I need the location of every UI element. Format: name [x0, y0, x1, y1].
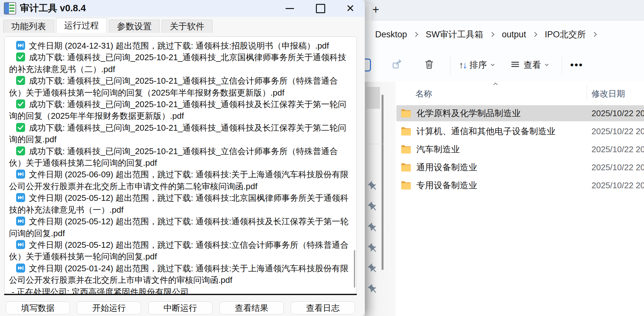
nav-pane-scrollbar[interactable] [382, 95, 384, 270]
pushpin-icon [365, 282, 381, 297]
log-scrollbar[interactable] [354, 250, 355, 288]
action-button-row: 填写数据 开始运行 中断运行 查看结果 查看日志 [6, 302, 355, 314]
tab-about-software[interactable]: 关于软件 [162, 20, 213, 33]
close-button[interactable]: ✕ [339, 0, 362, 17]
column-divider[interactable] [587, 86, 587, 101]
share-icon [392, 59, 402, 71]
table-row[interactable]: 化学原料及化学制品制造业 2025/10/22 20 [396, 104, 644, 122]
success-check-icon [16, 76, 25, 85]
log-text: 成功下载: 通领科技_已问询_2025-10-21_通领科技_立信会计师事务所（… [9, 76, 338, 97]
delete-button[interactable] [420, 56, 439, 74]
view-log-button[interactable]: 查看日志 [291, 302, 355, 314]
minimize-button[interactable] [278, 0, 301, 17]
column-header-name[interactable]: 名称 [415, 88, 432, 99]
log-text: 文件日期 (2024-12-31) 超出范围，跳过下载: 通领科技:招股说明书（… [29, 41, 329, 51]
folder-icon [401, 163, 411, 172]
skip-icon [16, 193, 25, 202]
log-text: 成功下载: 通领科技_已问询_2025-10-21_通领科技_通领科技及长江保荐… [9, 99, 346, 121]
log-text: - 正在处理公司: 定西高强度紧固件股份有限公司 [12, 287, 189, 294]
breadcrumb-item-ipo[interactable]: IPO北交所 [540, 26, 591, 43]
explorer-tab-bar: + [365, 0, 644, 21]
file-explorer-window: + Desktop SW审计工具箱 output IPO北交所 [365, 0, 644, 316]
share-button[interactable] [388, 56, 406, 74]
start-run-button[interactable]: 开始运行 [77, 302, 141, 314]
nav-pane-strip [365, 82, 396, 316]
log-text: 文件日期 (2025-01-24) 超出范围，跳过下载: 通领科技:关于上海通领… [9, 264, 348, 285]
chevron-right-icon[interactable] [414, 31, 419, 38]
log-entry: 成功下载: 通领科技_已问询_2025-10-21_通领科技_通领科技及长江保荐… [9, 98, 351, 122]
log-entry: 成功下载: 通领科技_已问询_2025-10-21_通领科技_立信会计师事务所（… [9, 145, 351, 169]
file-name: 通用设备制造业 [416, 162, 477, 173]
trash-icon [424, 59, 435, 71]
tab-function-list[interactable]: 功能列表 [3, 20, 54, 33]
chevron-down-icon [544, 62, 549, 68]
table-row[interactable]: 通用设备制造业 2025/10/22 20 [396, 158, 644, 176]
window-title: 审计工具 v0.8.4 [20, 2, 86, 15]
desktop: + Desktop SW审计工具箱 output IPO北交所 [0, 0, 644, 316]
breadcrumb-item-desktop[interactable]: Desktop [371, 27, 412, 42]
fill-data-button[interactable]: 填写数据 [6, 302, 70, 314]
more-options-button[interactable]: ••• [566, 56, 587, 74]
clipped-toolbar-icon[interactable] [365, 59, 371, 71]
interrupt-run-button[interactable]: 中断运行 [148, 302, 213, 314]
file-date: 2025/10/22 20 [592, 126, 644, 136]
run-log-output[interactable]: 文件日期 (2024-12-31) 超出范围，跳过下载: 通领科技:招股说明书（… [4, 36, 357, 294]
table-row[interactable]: 专用设备制造业 2025/10/22 20 [396, 176, 644, 194]
file-rows: 化学原料及化学制品制造业 2025/10/22 20 计算机、通信和其他电子设备… [396, 104, 644, 194]
breadcrumb-item-toolbox[interactable]: SW审计工具箱 [421, 26, 488, 43]
chevron-down-icon [490, 62, 495, 68]
toolbar-divider [450, 55, 450, 75]
file-date: 2025/10/22 20 [592, 108, 644, 118]
pushpin-icon [365, 179, 381, 194]
chevron-right-icon[interactable] [490, 31, 495, 38]
nav-selected-remnant [366, 87, 380, 109]
chevron-right-icon[interactable] [593, 31, 597, 38]
file-name: 专用设备制造业 [416, 180, 477, 191]
file-date: 2025/10/22 20 [592, 144, 644, 154]
column-header-date[interactable]: 修改日期 [592, 88, 625, 99]
title-bar[interactable]: 审计工具 v0.8.4 ✕ [0, 0, 365, 17]
breadcrumb: Desktop SW审计工具箱 output IPO北交所 [365, 21, 644, 48]
file-name: 化学原料及化学制品制造业 [416, 107, 521, 119]
view-label: 查看 [524, 59, 541, 71]
log-text: 文件日期 (2025-05-12) 超出范围，跳过下载: 通领科技:北京国枫律师… [9, 193, 348, 214]
view-results-button[interactable]: 查看结果 [220, 302, 284, 314]
log-entry: 文件日期 (2025-01-24) 超出范围，跳过下载: 通领科技:关于上海通领… [9, 263, 351, 286]
tab-strip: 功能列表 运行过程 参数设置 关于软件 [3, 18, 213, 33]
folder-icon [401, 145, 411, 154]
folder-icon [401, 127, 411, 136]
log-entry: 文件日期 (2024-12-31) 超出范围，跳过下载: 通领科技:招股说明书（… [9, 40, 351, 51]
sort-button[interactable]: ↑↓ 排序 [455, 56, 499, 74]
app-icon [4, 2, 16, 14]
table-row[interactable]: 汽车制造业 2025/10/22 20 [396, 140, 644, 158]
sort-arrows-icon: ↑↓ [459, 60, 466, 70]
file-name: 计算机、通信和其他电子设备制造业 [416, 125, 555, 137]
log-text: 文件日期 (2025-05-12) 超出范围，跳过下载: 通领科技:通领科技及长… [9, 217, 348, 238]
file-list-header: 名称 修改日期 [396, 84, 644, 104]
log-bottom-border [4, 294, 357, 295]
log-entry: 文件日期 (2025-05-12) 超出范围，跳过下载: 通领科技:立信会计师事… [9, 239, 351, 263]
skip-icon [16, 264, 25, 273]
table-row[interactable]: 计算机、通信和其他电子设备制造业 2025/10/22 20 [396, 122, 644, 140]
log-entry: 成功下载: 通领科技_已问询_2025-10-21_通领科技_北京国枫律师事务所… [9, 51, 351, 75]
maximize-button[interactable] [309, 0, 332, 17]
folder-icon [401, 109, 411, 118]
explorer-toolbar: ↑↓ 排序 查看 ••• [365, 48, 644, 82]
audit-tool-window: 审计工具 v0.8.4 ✕ 功能列表 运行过程 参数设置 关于软件 文件日期 (… [0, 0, 365, 316]
log-entry: 成功下载: 通领科技_已问询_2025-10-21_通领科技_立信会计师事务所（… [9, 75, 351, 98]
view-button[interactable]: 查看 [506, 56, 553, 74]
pushpin-icon [365, 220, 381, 236]
sort-ascending-icon [492, 82, 499, 88]
breadcrumb-item-output[interactable]: output [497, 27, 531, 42]
success-check-icon [16, 52, 25, 61]
tab-run-process[interactable]: 运行过程 [56, 18, 107, 33]
chevron-right-icon[interactable] [533, 31, 538, 38]
view-list-icon [510, 59, 520, 71]
log-entry: 文件日期 (2025-05-12) 超出范围，跳过下载: 通领科技:北京国枫律师… [9, 192, 351, 216]
sort-label: 排序 [469, 59, 487, 71]
success-check-icon [16, 123, 25, 132]
new-tab-button[interactable]: + [369, 3, 382, 17]
tab-parameter-settings[interactable]: 参数设置 [109, 20, 160, 33]
log-status-line: - 正在处理公司: 定西高强度紧固件股份有限公司 [9, 286, 351, 294]
success-check-icon [16, 146, 25, 155]
